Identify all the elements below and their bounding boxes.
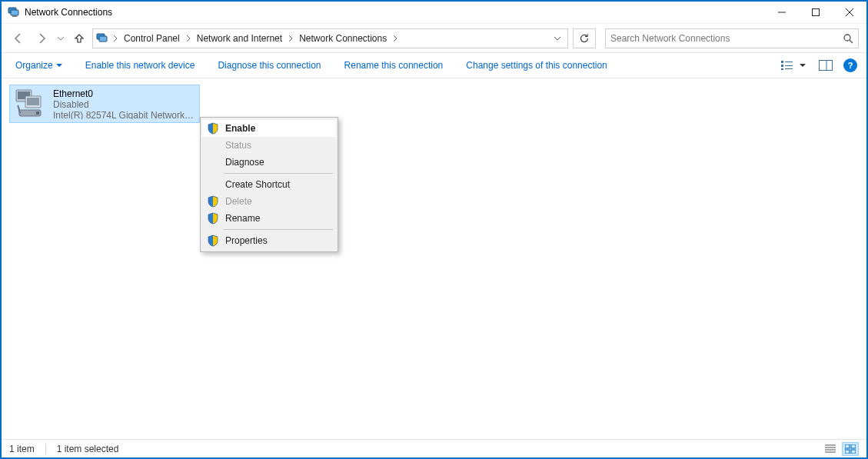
context-rename-label: Rename — [225, 213, 260, 224]
chevron-right-icon[interactable] — [391, 35, 399, 42]
breadcrumb-network-and-internet[interactable]: Network and Internet — [194, 29, 285, 48]
context-delete: Delete — [202, 193, 336, 210]
svg-rect-31 — [845, 450, 850, 454]
svg-line-10 — [850, 40, 853, 43]
svg-rect-13 — [781, 68, 783, 70]
search-box[interactable] — [605, 28, 859, 48]
shield-icon — [207, 212, 219, 225]
context-enable-label: Enable — [225, 123, 255, 134]
svg-rect-16 — [785, 68, 793, 69]
rename-connection-button[interactable]: Rename this connection — [340, 57, 448, 74]
svg-rect-12 — [781, 65, 783, 67]
navigation-row: Control Panel Network and Internet Netwo… — [2, 23, 866, 52]
recent-locations-dropdown[interactable] — [55, 35, 66, 42]
network-adapter-icon — [15, 88, 48, 119]
up-button[interactable] — [71, 30, 88, 47]
command-bar: Organize Enable this network device Diag… — [2, 52, 866, 78]
close-button[interactable] — [833, 2, 866, 23]
svg-rect-4 — [813, 9, 820, 16]
preview-pane-button[interactable] — [816, 57, 836, 74]
tiles-view-button[interactable] — [842, 442, 859, 456]
breadcrumb-network-connections[interactable]: Network Connections — [296, 29, 390, 48]
chevron-right-icon[interactable] — [185, 35, 192, 42]
minimize-button[interactable] — [765, 2, 799, 23]
refresh-button[interactable] — [573, 28, 596, 48]
enable-device-button[interactable]: Enable this network device — [81, 57, 200, 74]
context-delete-label: Delete — [225, 196, 252, 207]
organize-label: Organize — [15, 60, 53, 71]
svg-rect-17 — [820, 61, 833, 71]
svg-rect-2 — [12, 15, 17, 17]
back-button[interactable] — [9, 29, 28, 48]
chevron-right-icon[interactable] — [111, 35, 119, 42]
forward-button[interactable] — [32, 29, 51, 48]
svg-rect-15 — [785, 65, 793, 66]
svg-rect-32 — [851, 450, 856, 454]
details-view-button[interactable] — [822, 442, 839, 456]
search-input[interactable] — [610, 33, 843, 44]
svg-rect-8 — [99, 36, 107, 42]
chevron-down-icon — [800, 62, 806, 68]
svg-rect-30 — [851, 444, 856, 448]
window-title: Network Connections — [25, 7, 112, 18]
context-rename[interactable]: Rename — [202, 210, 336, 227]
context-menu: Enable Status Diagnose Create Shortcut D… — [200, 117, 338, 252]
address-history-dropdown[interactable] — [550, 35, 564, 42]
context-separator — [224, 173, 333, 174]
context-properties[interactable]: Properties — [202, 232, 336, 249]
adapter-hardware: Intel(R) 82574L Gigabit Network C... — [53, 110, 195, 119]
diagnose-connection-button[interactable]: Diagnose this connection — [213, 57, 325, 74]
context-status-label: Status — [225, 140, 251, 151]
context-properties-label: Properties — [225, 235, 268, 246]
chevron-down-icon — [56, 62, 62, 68]
adapter-item-ethernet0[interactable]: Ethernet0 Disabled Intel(R) 82574L Gigab… — [9, 85, 200, 123]
change-view-dropdown[interactable] — [797, 57, 808, 74]
svg-rect-1 — [11, 10, 18, 15]
location-icon — [96, 32, 108, 45]
context-create-shortcut-label: Create Shortcut — [225, 179, 290, 190]
content-area[interactable]: Ethernet0 Disabled Intel(R) 82574L Gigab… — [2, 78, 866, 439]
change-view-button[interactable] — [777, 57, 797, 74]
address-bar[interactable]: Control Panel Network and Internet Netwo… — [92, 28, 568, 48]
context-diagnose-label: Diagnose — [225, 157, 264, 168]
status-selected-count: 1 item selected — [57, 444, 119, 454]
search-icon[interactable] — [843, 33, 853, 44]
svg-rect-24 — [36, 111, 39, 115]
titlebar: Network Connections — [2, 2, 866, 23]
maximize-button[interactable] — [799, 2, 833, 23]
context-status: Status — [202, 137, 336, 154]
adapter-status: Disabled — [53, 99, 195, 110]
context-separator — [224, 229, 333, 230]
organize-menu[interactable]: Organize — [11, 57, 67, 74]
chevron-right-icon[interactable] — [287, 35, 294, 42]
change-settings-button[interactable]: Change settings of this connection — [461, 57, 611, 74]
context-create-shortcut[interactable]: Create Shortcut — [202, 176, 336, 193]
status-item-count: 1 item — [9, 444, 35, 454]
shield-icon — [207, 234, 219, 247]
svg-rect-29 — [845, 444, 850, 448]
context-enable[interactable]: Enable — [202, 120, 336, 137]
svg-rect-22 — [27, 98, 39, 105]
context-diagnose[interactable]: Diagnose — [202, 154, 336, 171]
adapter-name: Ethernet0 — [53, 88, 195, 99]
shield-icon — [207, 122, 219, 135]
shield-icon — [207, 195, 219, 208]
help-button[interactable]: ? — [843, 58, 857, 72]
network-connections-icon — [8, 6, 20, 18]
svg-rect-14 — [785, 62, 793, 62]
svg-rect-11 — [781, 61, 783, 63]
svg-point-9 — [844, 35, 850, 41]
adapter-text: Ethernet0 Disabled Intel(R) 82574L Gigab… — [53, 88, 195, 119]
explorer-window: Network Connections Control Panel Networ… — [0, 0, 868, 459]
status-bar: 1 item 1 item selected — [2, 439, 866, 457]
breadcrumb-control-panel[interactable]: Control Panel — [121, 29, 183, 48]
status-separator — [45, 444, 46, 454]
